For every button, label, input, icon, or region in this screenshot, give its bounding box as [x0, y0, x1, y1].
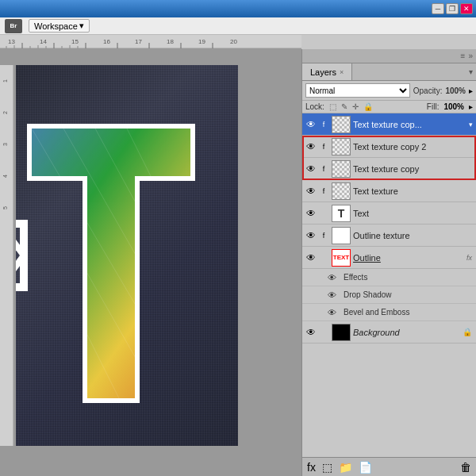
- svg-text:5: 5: [2, 206, 8, 209]
- layer-item-outline[interactable]: 👁 TEXT Outline fx: [302, 247, 476, 269]
- svg-text:15: 15: [71, 38, 79, 45]
- drop-shadow-label: Drop Shadow: [344, 290, 392, 299]
- layer-name: Outline: [353, 253, 466, 263]
- blend-mode-row: Normal Multiply Screen Opacity: 100% ▸: [302, 81, 476, 101]
- layers-tab-label: Layers: [310, 67, 336, 77]
- layer-name: Background: [353, 328, 463, 337]
- bridge-icon[interactable]: Br: [5, 19, 22, 33]
- bevel-emboss-item[interactable]: 👁 Bevel and Emboss: [302, 304, 476, 321]
- effects-header: 👁 Effects: [302, 269, 476, 286]
- layer-visibility-icon[interactable]: 👁: [304, 225, 318, 247]
- blend-mode-select[interactable]: Normal Multiply Screen: [305, 83, 410, 98]
- delete-layer-button[interactable]: 🗑: [460, 461, 471, 474]
- bevel-emboss-eye-icon[interactable]: 👁: [324, 304, 339, 321]
- layer-name: Text texture copy 2: [353, 142, 474, 152]
- layer-link-icon: f: [318, 158, 329, 180]
- opacity-label: Opacity:: [413, 86, 443, 95]
- svg-text:1: 1: [2, 79, 8, 83]
- layer-visibility-icon[interactable]: 👁: [304, 247, 318, 269]
- highlighted-layers-group: 👁 f Text texture copy 2 👁 f Text texture…: [302, 136, 476, 180]
- layer-link-icon: f: [318, 136, 329, 158]
- lock-all-icon[interactable]: 🔒: [363, 102, 373, 111]
- layer-spacer: [318, 202, 329, 225]
- canvas-area: 1 2 3 4 5: [0, 49, 301, 476]
- add-style-button[interactable]: fx: [307, 461, 316, 474]
- layer-item-text-texture-cop[interactable]: 👁 f Text texture cop... ▾: [302, 113, 476, 136]
- title-bar: ─ ❐ ✕: [0, 0, 476, 17]
- svg-text:16: 16: [103, 38, 110, 45]
- layers-tab[interactable]: Layers ×: [302, 63, 352, 80]
- layer-spacer: [318, 247, 329, 269]
- fill-arrow[interactable]: ▸: [469, 102, 473, 111]
- drop-shadow-eye-icon[interactable]: 👁: [324, 286, 339, 304]
- lock-transparent-icon[interactable]: ⬚: [329, 102, 336, 111]
- layer-fx-icon: fx: [466, 254, 472, 262]
- svg-text:13: 13: [8, 38, 15, 45]
- drop-shadow-item[interactable]: 👁 Drop Shadow: [302, 286, 476, 304]
- fill-label: Fill:: [427, 102, 440, 111]
- layers-tab-close[interactable]: ×: [340, 68, 344, 76]
- svg-text:2: 2: [2, 111, 8, 114]
- lock-move-icon[interactable]: ✛: [352, 102, 359, 111]
- layer-item-text-texture-copy[interactable]: 👁 f Text texture copy: [302, 158, 476, 180]
- layer-thumbnail: T: [332, 205, 351, 222]
- layer-thumbnail: [332, 227, 351, 244]
- layer-item-text-texture-copy2[interactable]: 👁 f Text texture copy 2: [302, 136, 476, 158]
- svg-text:3: 3: [2, 143, 8, 146]
- svg-rect-24: [16, 113, 238, 430]
- layer-thumbnail: TEXT: [332, 249, 351, 267]
- svg-text:18: 18: [167, 38, 174, 45]
- panels-area: ≡ » Layers × ▾ Normal Multiply Screen Op: [301, 49, 476, 476]
- layers-panel: Layers × ▾ Normal Multiply Screen Opacit…: [302, 63, 476, 476]
- effects-eye-icon[interactable]: 👁: [324, 269, 339, 286]
- workspace-button[interactable]: Workspace ▾: [29, 19, 90, 33]
- lock-label: Lock:: [305, 102, 324, 111]
- layer-item-background[interactable]: 👁 Background 🔒: [302, 321, 476, 344]
- lock-paint-icon[interactable]: ✎: [341, 102, 347, 111]
- layer-thumbnail: [332, 324, 351, 341]
- background-lock-icon: 🔒: [463, 328, 472, 336]
- layer-list: 👁 f Text texture cop... ▾ 👁 f Text textu…: [302, 113, 476, 457]
- layer-item-outline-texture[interactable]: 👁 f Outline texture: [302, 225, 476, 247]
- restore-button[interactable]: ❐: [446, 3, 459, 14]
- panel-collapse-button[interactable]: ▾: [469, 67, 473, 76]
- fill-value: 100%: [443, 102, 464, 111]
- panel-collapse-icon[interactable]: ≡: [461, 52, 466, 60]
- layer-link-icon: f: [318, 113, 329, 136]
- layer-name: Text texture: [353, 186, 474, 196]
- ruler-horizontal: 13 14 15 16 17 18 19 20: [0, 35, 301, 49]
- minimize-button[interactable]: ─: [432, 3, 444, 14]
- layer-link-icon: f: [318, 180, 329, 202]
- close-button[interactable]: ✕: [460, 3, 473, 14]
- main-layout: 1 2 3 4 5 ≡ » Layers × ▾: [0, 49, 476, 476]
- new-group-button[interactable]: 📁: [339, 461, 352, 474]
- svg-text:19: 19: [198, 38, 205, 45]
- layer-visibility-icon[interactable]: 👁: [304, 180, 318, 202]
- layer-visibility-icon[interactable]: 👁: [304, 202, 318, 225]
- layer-item-text[interactable]: 👁 T Text: [302, 202, 476, 225]
- layer-visibility-icon[interactable]: 👁: [304, 321, 318, 344]
- add-mask-button[interactable]: ⬚: [322, 461, 332, 474]
- layer-spacer: [318, 321, 329, 344]
- effects-label: Effects: [344, 273, 367, 282]
- new-layer-button[interactable]: 📄: [359, 461, 372, 474]
- layer-visibility-icon[interactable]: 👁: [304, 136, 318, 158]
- opacity-arrow[interactable]: ▸: [469, 86, 473, 95]
- layer-visibility-icon[interactable]: 👁: [304, 113, 318, 136]
- layer-link-icon: f: [318, 225, 329, 247]
- lock-row: Lock: ⬚ ✎ ✛ 🔒 Fill: 100% ▸: [302, 101, 476, 113]
- layer-thumbnail: [332, 182, 351, 200]
- bridge-label: Br: [10, 22, 17, 29]
- effects-group: 👁 Effects 👁 Drop Shadow 👁 Bevel and Embo…: [302, 269, 476, 321]
- bevel-emboss-label: Bevel and Emboss: [344, 308, 409, 317]
- layer-name: Text: [353, 209, 474, 218]
- canvas-document: [16, 65, 238, 446]
- workspace-dropdown-arrow: ▾: [79, 21, 84, 31]
- panel-arrow-icon[interactable]: »: [468, 52, 473, 60]
- layers-bottom-toolbar: fx ⬚ 📁 📄 🗑: [302, 457, 476, 476]
- layer-thumbnail: [332, 160, 351, 178]
- svg-text:14: 14: [40, 38, 47, 45]
- layer-item-text-texture[interactable]: 👁 f Text texture: [302, 180, 476, 202]
- layer-visibility-icon[interactable]: 👁: [304, 158, 318, 180]
- menu-bar: Br Workspace ▾: [0, 17, 476, 35]
